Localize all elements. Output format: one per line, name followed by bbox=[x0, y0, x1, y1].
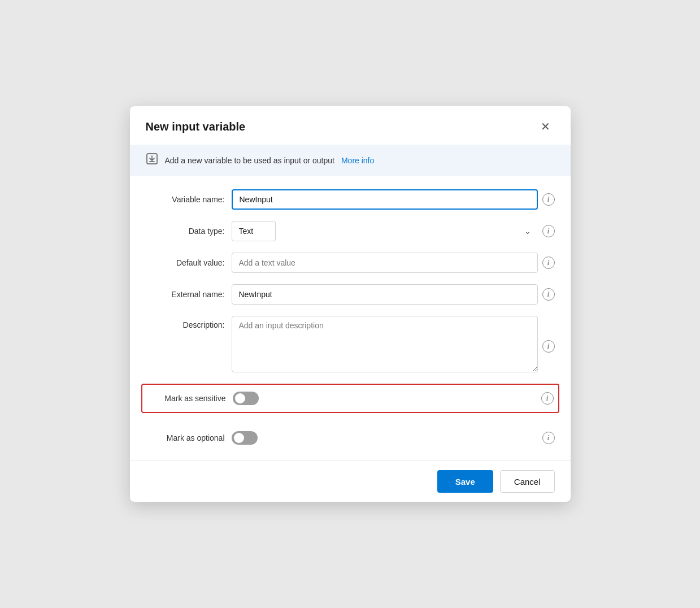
description-row: Description: i bbox=[146, 316, 555, 372]
default-value-input-wrapper: i bbox=[232, 253, 555, 273]
data-type-row: Data type: Text Number Boolean Date List… bbox=[146, 221, 555, 241]
save-button[interactable]: Save bbox=[437, 470, 493, 493]
default-value-row: Default value: i bbox=[146, 253, 555, 273]
mark-as-optional-row: Mark as optional i bbox=[146, 424, 555, 451]
default-value-input[interactable] bbox=[232, 253, 538, 273]
variable-name-label: Variable name: bbox=[146, 195, 225, 204]
variable-name-input-wrapper: i bbox=[232, 189, 555, 210]
mark-as-optional-knob bbox=[234, 433, 244, 443]
mark-as-optional-label: Mark as optional bbox=[146, 433, 225, 442]
mark-as-sensitive-info-icon[interactable]: i bbox=[541, 392, 554, 405]
mark-as-sensitive-toggle-wrapper bbox=[233, 392, 534, 405]
external-name-input[interactable] bbox=[232, 284, 538, 305]
variable-name-input[interactable] bbox=[232, 189, 538, 210]
default-value-info-icon[interactable]: i bbox=[542, 257, 555, 269]
external-name-row: External name: i bbox=[146, 284, 555, 305]
more-info-link[interactable]: More info bbox=[341, 156, 374, 165]
default-value-label: Default value: bbox=[146, 258, 225, 267]
mark-as-sensitive-label: Mark as sensitive bbox=[147, 394, 226, 403]
mark-as-sensitive-knob bbox=[235, 393, 245, 403]
variable-name-info-icon[interactable]: i bbox=[542, 193, 555, 206]
close-icon: ✕ bbox=[541, 120, 550, 133]
data-type-input-wrapper: Text Number Boolean Date List ⌄ i bbox=[232, 221, 555, 241]
data-type-info-icon[interactable]: i bbox=[542, 225, 555, 237]
description-textarea[interactable] bbox=[232, 316, 538, 372]
external-name-label: External name: bbox=[146, 290, 225, 299]
data-type-label: Data type: bbox=[146, 227, 225, 236]
cancel-button[interactable]: Cancel bbox=[500, 470, 555, 493]
mark-as-sensitive-toggle[interactable] bbox=[233, 392, 259, 405]
external-name-input-wrapper: i bbox=[232, 284, 555, 305]
download-icon bbox=[146, 153, 158, 168]
mark-as-sensitive-row: Mark as sensitive i bbox=[141, 384, 559, 413]
data-type-select-wrapper: Text Number Boolean Date List ⌄ bbox=[232, 221, 538, 241]
mark-as-optional-toggle[interactable] bbox=[232, 431, 258, 445]
dialog-header: New input variable ✕ bbox=[130, 106, 571, 145]
description-label: Description: bbox=[146, 320, 225, 329]
external-name-info-icon[interactable]: i bbox=[542, 288, 555, 301]
chevron-down-icon: ⌄ bbox=[524, 227, 531, 236]
dialog-footer: Save Cancel bbox=[130, 461, 571, 502]
close-button[interactable]: ✕ bbox=[537, 118, 555, 136]
mark-as-optional-toggle-wrapper bbox=[232, 431, 536, 445]
description-input-wrapper: i bbox=[232, 316, 555, 372]
description-info-icon[interactable]: i bbox=[542, 340, 555, 353]
new-input-variable-dialog: New input variable ✕ Add a new variable … bbox=[130, 106, 571, 502]
data-type-select[interactable]: Text Number Boolean Date List bbox=[232, 221, 276, 241]
info-banner: Add a new variable to be used as input o… bbox=[130, 145, 571, 176]
dialog-title: New input variable bbox=[146, 120, 246, 133]
mark-as-optional-info-icon[interactable]: i bbox=[542, 432, 555, 444]
banner-text: Add a new variable to be used as input o… bbox=[165, 156, 334, 165]
variable-name-row: Variable name: i bbox=[146, 189, 555, 210]
dialog-body: Variable name: i Data type: Text Number … bbox=[130, 176, 571, 461]
